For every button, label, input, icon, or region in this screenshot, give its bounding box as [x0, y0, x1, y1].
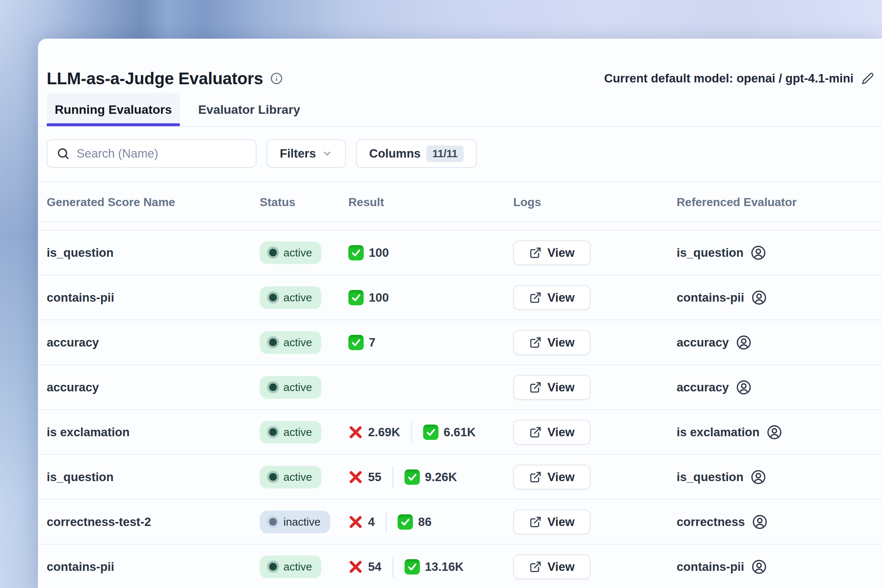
- tab-evaluator-library[interactable]: Evaluator Library: [190, 93, 308, 126]
- external-link-icon: [529, 381, 542, 394]
- check-mark-icon: [405, 470, 420, 485]
- table-row[interactable]: is exclamation active 2.69K 6.61K: [38, 410, 882, 455]
- columns-button[interactable]: Columns 11/11: [356, 140, 477, 168]
- cross-mark-icon: [348, 470, 363, 484]
- fail-group: 4: [348, 514, 375, 529]
- external-link-icon: [529, 336, 542, 349]
- referenced-evaluator-name: accuracy: [676, 336, 729, 350]
- status-dot-icon: [269, 473, 277, 481]
- fail-count: 2.69K: [368, 425, 400, 439]
- pass-group: 86: [398, 514, 432, 530]
- fail-group: 55: [348, 470, 381, 484]
- referenced-evaluator-name: contains-pii: [676, 560, 744, 574]
- referenced-evaluator-name: accuracy: [676, 381, 729, 394]
- check-mark-icon: [405, 559, 420, 574]
- col-header-logs: Logs: [513, 195, 676, 209]
- view-logs-button[interactable]: View: [513, 420, 591, 445]
- pass-group: 9.26K: [405, 470, 457, 485]
- status-badge: active: [260, 555, 321, 578]
- status-badge: inactive: [260, 511, 330, 533]
- columns-label: Columns: [369, 147, 421, 160]
- chevron-down-icon: [322, 148, 333, 159]
- user-circle-icon: [751, 245, 766, 261]
- user-circle-icon: [736, 335, 752, 350]
- score-name: is exclamation: [47, 425, 260, 439]
- table-row[interactable]: is_question active 55 9.26K: [38, 455, 882, 500]
- user-circle-icon: [752, 559, 767, 574]
- score-name: is_question: [47, 246, 260, 260]
- status-dot-icon: [269, 249, 277, 256]
- filters-button[interactable]: Filters: [267, 140, 346, 168]
- status-label: active: [284, 291, 312, 304]
- view-logs-button[interactable]: View: [513, 510, 591, 534]
- check-mark-icon: [398, 514, 413, 530]
- view-logs-button[interactable]: View: [513, 465, 591, 489]
- user-circle-icon: [751, 470, 766, 485]
- referenced-evaluator-cell: correctness: [676, 514, 882, 530]
- table-row[interactable]: contains-pii active 100 View: [38, 275, 882, 320]
- result-divider: [411, 422, 412, 443]
- user-circle-icon: [736, 380, 752, 395]
- check-mark-icon: [423, 424, 438, 440]
- pass-group: 13.16K: [405, 559, 464, 574]
- pass-count: 100: [369, 246, 389, 260]
- status-label: active: [284, 471, 312, 483]
- status-label: active: [284, 381, 312, 394]
- referenced-evaluator-name: is exclamation: [676, 425, 759, 439]
- fail-group: 54: [348, 560, 381, 574]
- edit-model-icon[interactable]: [862, 72, 874, 85]
- info-icon[interactable]: [270, 72, 283, 85]
- view-logs-button[interactable]: View: [513, 330, 591, 355]
- user-circle-icon: [767, 424, 782, 440]
- referenced-evaluator-cell: accuracy: [676, 335, 882, 350]
- result-divider: [393, 466, 394, 488]
- status-dot-icon: [269, 428, 277, 436]
- result-cell: 100: [348, 290, 513, 305]
- search-box[interactable]: [47, 140, 256, 168]
- external-link-icon: [529, 291, 542, 304]
- pass-group: 100: [348, 290, 389, 305]
- view-logs-button[interactable]: View: [513, 375, 591, 400]
- external-link-icon: [529, 426, 542, 438]
- fail-count: 4: [368, 515, 375, 529]
- view-label: View: [548, 560, 575, 574]
- col-header-referenced: Referenced Evaluator: [676, 195, 882, 209]
- score-name: is_question: [47, 470, 260, 484]
- status-label: inactive: [284, 516, 321, 528]
- pass-count: 13.16K: [425, 560, 464, 574]
- referenced-evaluator-name: is_question: [676, 470, 743, 484]
- table-row[interactable]: is_question active 100 View: [38, 231, 882, 275]
- check-mark-icon: [348, 245, 364, 261]
- external-link-icon: [529, 471, 542, 483]
- status-badge: active: [260, 376, 321, 399]
- status-dot-icon: [269, 518, 277, 526]
- col-header-name: Generated Score Name: [47, 195, 260, 209]
- table-row[interactable]: correctness-test-2 inactive 4 86: [38, 500, 882, 544]
- view-logs-button[interactable]: View: [513, 285, 591, 310]
- status-badge: active: [260, 286, 321, 309]
- user-circle-icon: [752, 514, 768, 530]
- referenced-evaluator-name: correctness: [676, 515, 745, 529]
- fail-count: 54: [368, 560, 381, 574]
- table-row[interactable]: accuracy active 7 View: [38, 320, 882, 365]
- tab-running-evaluators[interactable]: Running Evaluators: [47, 93, 180, 126]
- columns-count-badge: 11/11: [426, 146, 463, 162]
- pass-count: 7: [369, 336, 375, 350]
- search-input[interactable]: [76, 147, 247, 160]
- search-icon: [56, 147, 70, 160]
- pass-count: 100: [369, 291, 389, 304]
- table-row[interactable]: accuracy active View accuracy: [38, 365, 882, 410]
- check-mark-icon: [348, 335, 364, 350]
- fail-group: 2.69K: [348, 425, 400, 440]
- view-logs-button[interactable]: View: [513, 555, 591, 579]
- status-dot-icon: [269, 294, 277, 301]
- check-mark-icon: [348, 290, 364, 305]
- result-divider: [393, 556, 394, 578]
- filters-label: Filters: [280, 147, 316, 160]
- score-name: correctness-test-2: [47, 515, 260, 529]
- user-circle-icon: [752, 290, 767, 305]
- referenced-evaluator-cell: accuracy: [676, 380, 882, 395]
- view-logs-button[interactable]: View: [513, 240, 591, 265]
- referenced-evaluator-cell: is_question: [676, 470, 882, 485]
- table-row[interactable]: contains-pii active 54 13.16K: [38, 544, 882, 588]
